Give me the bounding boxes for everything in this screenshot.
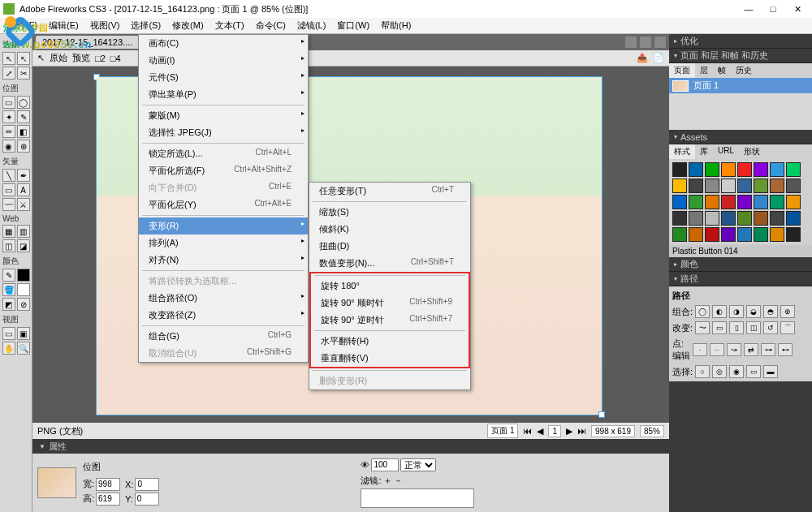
doc-close-icon[interactable] xyxy=(654,37,666,48)
style-swatch[interactable] xyxy=(721,195,736,209)
style-swatch[interactable] xyxy=(770,179,784,193)
submenu-item[interactable]: 水平翻转(H) xyxy=(311,333,469,350)
menu-item[interactable]: 选择性 JPEG(J) xyxy=(139,124,308,141)
style-swatch[interactable] xyxy=(770,195,784,209)
brush-tool[interactable]: ✎ xyxy=(17,110,30,123)
style-swatch[interactable] xyxy=(754,195,768,209)
crop-icon[interactable]: ◓ xyxy=(763,305,778,318)
optimize-panel-head[interactable]: 优化 xyxy=(669,34,812,49)
hide-slice-tool[interactable]: ◫ xyxy=(2,239,15,252)
width-input[interactable] xyxy=(96,478,120,491)
blur-tool[interactable]: ◉ xyxy=(2,140,15,153)
next-page-icon[interactable]: ▶ xyxy=(566,426,572,437)
tab-pages[interactable]: 页面 xyxy=(669,63,695,78)
y-input[interactable] xyxy=(135,493,159,506)
hotspot-tool[interactable]: ▦ xyxy=(2,225,15,238)
rect-tool[interactable]: ▭ xyxy=(2,183,15,196)
style-swatch[interactable] xyxy=(705,227,719,242)
style-swatch[interactable] xyxy=(721,162,736,177)
menu-item[interactable]: 锁定所选(L)...Ctrl+Alt+L xyxy=(139,145,308,162)
style-swatch[interactable] xyxy=(754,211,768,226)
submenu-item[interactable]: 倾斜(K) xyxy=(309,221,470,238)
submenu-item[interactable]: 扭曲(D) xyxy=(309,238,470,255)
pointer-tool[interactable]: ↖ xyxy=(2,52,15,65)
style-swatch[interactable] xyxy=(672,195,687,209)
minimize-button[interactable]: — xyxy=(744,4,754,14)
menu-command[interactable]: 命令(C) xyxy=(251,18,291,33)
filter-list[interactable] xyxy=(361,488,474,508)
tab-url[interactable]: URL xyxy=(713,144,739,159)
tab-history[interactable]: 历史 xyxy=(731,63,757,78)
style-swatch[interactable] xyxy=(689,211,703,226)
style-swatch[interactable] xyxy=(705,162,719,177)
sel1-icon[interactable]: ○ xyxy=(695,365,710,378)
pt6-icon[interactable]: ⊷ xyxy=(778,343,793,356)
inset-icon[interactable]: ▯ xyxy=(729,321,744,334)
style-swatch[interactable] xyxy=(672,179,687,193)
view-export-icon[interactable]: 📤 xyxy=(637,53,648,63)
pen-tool[interactable]: ✒ xyxy=(17,169,30,182)
style-swatch[interactable] xyxy=(770,227,784,242)
menu-view[interactable]: 视图(V) xyxy=(85,18,125,33)
knife-tool[interactable]: ⚔ xyxy=(17,198,30,211)
eraser-tool[interactable]: ◧ xyxy=(17,125,30,138)
line-tool[interactable]: ╲ xyxy=(2,169,15,182)
style-swatch[interactable] xyxy=(786,179,801,193)
pencil-tool[interactable]: ✏ xyxy=(2,125,15,138)
fill-color[interactable]: 🪣 xyxy=(2,283,15,296)
menu-item[interactable]: 画布(C) xyxy=(139,35,308,52)
lasso-tool[interactable]: ◯ xyxy=(17,96,30,109)
menu-select[interactable]: 选择(S) xyxy=(126,18,166,33)
style-swatch[interactable] xyxy=(689,179,703,193)
view-pointer-icon[interactable]: ↖ xyxy=(37,53,45,63)
x-input[interactable] xyxy=(135,478,159,491)
menu-help[interactable]: 帮助(H) xyxy=(376,18,416,33)
scale-tool[interactable]: ⤢ xyxy=(2,67,15,80)
style-swatch[interactable] xyxy=(770,162,784,177)
opacity-input[interactable] xyxy=(371,458,399,471)
page-item[interactable]: 页面 1 xyxy=(669,78,812,93)
tab-library[interactable]: 库 xyxy=(695,144,713,159)
style-swatch[interactable] xyxy=(754,227,768,242)
submenu-item[interactable]: 旋转 90° 顺时针Ctrl+Shift+9 xyxy=(311,295,469,312)
first-page-icon[interactable]: ⏮ xyxy=(523,426,532,436)
menu-item[interactable]: 平面化所选(F)Ctrl+Alt+Shift+Z xyxy=(139,162,308,179)
style-swatch[interactable] xyxy=(786,227,801,242)
style-swatch[interactable] xyxy=(754,162,768,177)
view-4up[interactable]: □4 xyxy=(110,54,121,63)
fillet-icon[interactable]: ⌒ xyxy=(780,321,795,334)
style-swatch[interactable] xyxy=(721,227,736,242)
subtract-icon[interactable]: ◐ xyxy=(712,305,727,318)
menu-modify[interactable]: 修改(M) xyxy=(167,18,209,33)
style-swatch[interactable] xyxy=(672,162,687,177)
submenu-item[interactable]: 数值变形(N)...Ctrl+Shift+T xyxy=(309,255,470,272)
menu-item[interactable]: 变形(R) xyxy=(139,217,308,234)
colors-panel-head[interactable]: 颜色 xyxy=(669,257,812,272)
style-swatch[interactable] xyxy=(705,179,719,193)
remove-filter-icon[interactable]: － xyxy=(394,475,403,487)
last-page-icon[interactable]: ⏭ xyxy=(577,426,586,436)
marquee-tool[interactable]: ▭ xyxy=(2,96,15,109)
status-page[interactable]: 页面 1 xyxy=(487,424,518,438)
tab-layers[interactable]: 层 xyxy=(695,63,713,78)
freeform-tool[interactable]: 〰 xyxy=(2,198,15,211)
assets-panel-head[interactable]: Assets xyxy=(669,130,812,144)
menu-text[interactable]: 文本(T) xyxy=(210,18,249,33)
divide-icon[interactable]: ⊕ xyxy=(780,305,795,318)
maximize-button[interactable]: □ xyxy=(768,4,778,14)
status-zoom[interactable]: 85% xyxy=(640,425,664,437)
tab-styles[interactable]: 样式 xyxy=(669,144,695,159)
menu-item[interactable]: 组合(G)Ctrl+G xyxy=(139,328,308,345)
wand-tool[interactable]: ✦ xyxy=(2,110,15,123)
tab-shapes[interactable]: 形状 xyxy=(739,144,765,159)
sel4-icon[interactable]: ▭ xyxy=(746,365,761,378)
style-swatch[interactable] xyxy=(737,162,752,177)
simplify-icon[interactable]: 〜 xyxy=(695,321,710,334)
close-button[interactable]: ✕ xyxy=(793,4,802,14)
submenu-item[interactable]: 任意变形(T)Ctrl+T xyxy=(309,183,470,200)
view-options-icon[interactable]: 📄 xyxy=(653,53,664,63)
paths-panel-head[interactable]: 路径 xyxy=(669,272,812,286)
menu-item[interactable]: 元件(S) xyxy=(139,69,308,86)
standard-view[interactable]: ▭ xyxy=(2,327,15,340)
menu-item[interactable]: 排列(A) xyxy=(139,234,308,252)
